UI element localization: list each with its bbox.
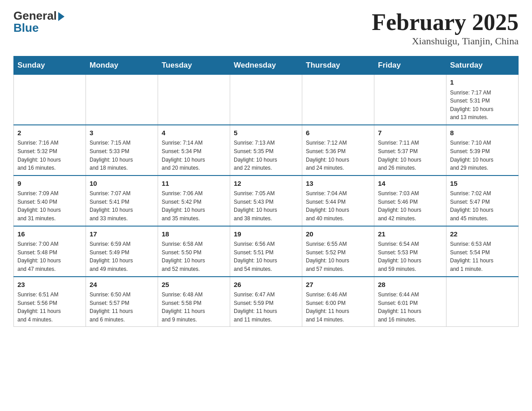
day-number: 6 (306, 128, 370, 138)
day-of-week-header: Tuesday (158, 56, 230, 75)
day-of-week-header: Sunday (14, 56, 86, 75)
day-number: 19 (234, 229, 298, 240)
logo-arrow-icon (58, 12, 64, 21)
calendar-day-cell: 19Sunrise: 6:56 AM Sunset: 5:51 PM Dayli… (230, 226, 302, 277)
calendar-day-cell: 21Sunrise: 6:54 AM Sunset: 5:53 PM Dayli… (374, 226, 446, 277)
calendar-week-row: 1Sunrise: 7:17 AM Sunset: 5:31 PM Daylig… (14, 75, 519, 125)
day-info: Sunrise: 7:12 AM Sunset: 5:36 PM Dayligh… (306, 139, 370, 172)
calendar-day-cell: 10Sunrise: 7:07 AM Sunset: 5:41 PM Dayli… (86, 176, 158, 226)
calendar-day-cell: 3Sunrise: 7:15 AM Sunset: 5:33 PM Daylig… (86, 125, 158, 176)
calendar-day-cell: 23Sunrise: 6:51 AM Sunset: 5:56 PM Dayli… (14, 277, 86, 327)
day-info: Sunrise: 6:58 AM Sunset: 5:50 PM Dayligh… (162, 240, 226, 273)
calendar-day-cell: 2Sunrise: 7:16 AM Sunset: 5:32 PM Daylig… (14, 125, 86, 176)
calendar-day-cell (86, 75, 158, 125)
calendar-day-cell: 25Sunrise: 6:48 AM Sunset: 5:58 PM Dayli… (158, 277, 230, 327)
day-info: Sunrise: 6:51 AM Sunset: 5:56 PM Dayligh… (17, 291, 82, 324)
day-info: Sunrise: 7:15 AM Sunset: 5:33 PM Dayligh… (90, 139, 154, 172)
logo: General Blue (13, 9, 64, 35)
calendar-day-cell: 28Sunrise: 6:44 AM Sunset: 6:01 PM Dayli… (374, 277, 446, 327)
day-info: Sunrise: 6:54 AM Sunset: 5:53 PM Dayligh… (378, 240, 442, 273)
day-info: Sunrise: 6:59 AM Sunset: 5:49 PM Dayligh… (90, 240, 154, 273)
day-number: 17 (90, 229, 154, 240)
day-info: Sunrise: 6:50 AM Sunset: 5:57 PM Dayligh… (90, 291, 154, 324)
day-info: Sunrise: 7:13 AM Sunset: 5:35 PM Dayligh… (234, 139, 298, 172)
day-number: 26 (234, 280, 298, 290)
calendar-day-cell: 4Sunrise: 7:14 AM Sunset: 5:34 PM Daylig… (158, 125, 230, 176)
day-info: Sunrise: 7:16 AM Sunset: 5:32 PM Dayligh… (17, 139, 82, 172)
day-number: 7 (378, 128, 442, 138)
day-of-week-header: Wednesday (230, 56, 302, 75)
page-header: General Blue February 2025 Xianshuigu, T… (13, 9, 519, 47)
calendar-day-cell: 20Sunrise: 6:55 AM Sunset: 5:52 PM Dayli… (302, 226, 374, 277)
day-info: Sunrise: 7:05 AM Sunset: 5:43 PM Dayligh… (234, 189, 298, 223)
day-info: Sunrise: 7:17 AM Sunset: 5:31 PM Dayligh… (450, 89, 515, 122)
calendar-day-cell: 1Sunrise: 7:17 AM Sunset: 5:31 PM Daylig… (446, 75, 519, 125)
calendar-day-cell (230, 75, 302, 125)
day-number: 18 (162, 229, 226, 240)
calendar-day-cell: 27Sunrise: 6:46 AM Sunset: 6:00 PM Dayli… (302, 277, 374, 327)
calendar-day-cell: 26Sunrise: 6:47 AM Sunset: 5:59 PM Dayli… (230, 277, 302, 327)
day-number: 5 (234, 128, 298, 138)
day-info: Sunrise: 7:07 AM Sunset: 5:41 PM Dayligh… (90, 189, 154, 223)
calendar-week-row: 2Sunrise: 7:16 AM Sunset: 5:32 PM Daylig… (14, 125, 519, 176)
calendar-table: SundayMondayTuesdayWednesdayThursdayFrid… (13, 56, 519, 327)
calendar-day-cell: 7Sunrise: 7:11 AM Sunset: 5:37 PM Daylig… (374, 125, 446, 176)
calendar-day-cell: 18Sunrise: 6:58 AM Sunset: 5:50 PM Dayli… (158, 226, 230, 277)
day-info: Sunrise: 7:14 AM Sunset: 5:34 PM Dayligh… (162, 139, 226, 172)
calendar-day-cell (374, 75, 446, 125)
calendar-day-cell: 17Sunrise: 6:59 AM Sunset: 5:49 PM Dayli… (86, 226, 158, 277)
calendar-day-cell: 24Sunrise: 6:50 AM Sunset: 5:57 PM Dayli… (86, 277, 158, 327)
day-number: 22 (450, 229, 515, 240)
calendar-week-row: 9Sunrise: 7:09 AM Sunset: 5:40 PM Daylig… (14, 176, 519, 226)
day-of-week-header: Friday (374, 56, 446, 75)
calendar-day-cell: 13Sunrise: 7:04 AM Sunset: 5:44 PM Dayli… (302, 176, 374, 226)
day-info: Sunrise: 7:11 AM Sunset: 5:37 PM Dayligh… (378, 139, 442, 172)
day-of-week-header: Saturday (446, 56, 519, 75)
calendar-day-cell (302, 75, 374, 125)
day-info: Sunrise: 6:48 AM Sunset: 5:58 PM Dayligh… (162, 291, 226, 324)
calendar-day-cell: 16Sunrise: 7:00 AM Sunset: 5:48 PM Dayli… (14, 226, 86, 277)
day-number: 20 (306, 229, 370, 240)
logo-blue-text: Blue (13, 21, 39, 35)
day-number: 3 (90, 128, 154, 138)
day-number: 13 (306, 179, 370, 189)
calendar-day-cell: 9Sunrise: 7:09 AM Sunset: 5:40 PM Daylig… (14, 176, 86, 226)
calendar-day-cell: 14Sunrise: 7:03 AM Sunset: 5:46 PM Dayli… (374, 176, 446, 226)
calendar-day-cell (446, 277, 519, 327)
day-number: 8 (450, 128, 515, 138)
month-title: February 2025 (372, 9, 519, 35)
day-number: 4 (162, 128, 226, 138)
day-number: 21 (378, 229, 442, 240)
day-info: Sunrise: 6:47 AM Sunset: 5:59 PM Dayligh… (234, 291, 298, 324)
day-number: 24 (90, 280, 154, 290)
calendar-day-cell (14, 75, 86, 125)
day-of-week-header: Thursday (302, 56, 374, 75)
calendar-header-row: SundayMondayTuesdayWednesdayThursdayFrid… (14, 56, 519, 75)
day-info: Sunrise: 7:00 AM Sunset: 5:48 PM Dayligh… (17, 240, 82, 273)
day-number: 23 (17, 280, 82, 290)
calendar-day-cell (158, 75, 230, 125)
day-number: 16 (17, 229, 82, 240)
day-info: Sunrise: 6:55 AM Sunset: 5:52 PM Dayligh… (306, 240, 370, 273)
day-number: 28 (378, 280, 442, 290)
day-number: 10 (90, 179, 154, 189)
calendar-week-row: 23Sunrise: 6:51 AM Sunset: 5:56 PM Dayli… (14, 277, 519, 327)
day-info: Sunrise: 7:09 AM Sunset: 5:40 PM Dayligh… (17, 189, 82, 223)
calendar-day-cell: 11Sunrise: 7:06 AM Sunset: 5:42 PM Dayli… (158, 176, 230, 226)
title-block: February 2025 Xianshuigu, Tianjin, China (372, 9, 519, 47)
calendar-day-cell: 6Sunrise: 7:12 AM Sunset: 5:36 PM Daylig… (302, 125, 374, 176)
day-info: Sunrise: 6:53 AM Sunset: 5:54 PM Dayligh… (450, 240, 515, 273)
day-info: Sunrise: 7:02 AM Sunset: 5:47 PM Dayligh… (450, 189, 515, 223)
day-number: 27 (306, 280, 370, 290)
day-info: Sunrise: 6:44 AM Sunset: 6:01 PM Dayligh… (378, 291, 442, 324)
day-of-week-header: Monday (86, 56, 158, 75)
calendar-day-cell: 22Sunrise: 6:53 AM Sunset: 5:54 PM Dayli… (446, 226, 519, 277)
location-subtitle: Xianshuigu, Tianjin, China (372, 35, 519, 47)
calendar-day-cell: 12Sunrise: 7:05 AM Sunset: 5:43 PM Dayli… (230, 176, 302, 226)
calendar-day-cell: 5Sunrise: 7:13 AM Sunset: 5:35 PM Daylig… (230, 125, 302, 176)
day-info: Sunrise: 7:04 AM Sunset: 5:44 PM Dayligh… (306, 189, 370, 223)
day-number: 11 (162, 179, 226, 189)
day-info: Sunrise: 7:03 AM Sunset: 5:46 PM Dayligh… (378, 189, 442, 223)
day-info: Sunrise: 7:06 AM Sunset: 5:42 PM Dayligh… (162, 189, 226, 223)
day-number: 1 (450, 77, 515, 88)
